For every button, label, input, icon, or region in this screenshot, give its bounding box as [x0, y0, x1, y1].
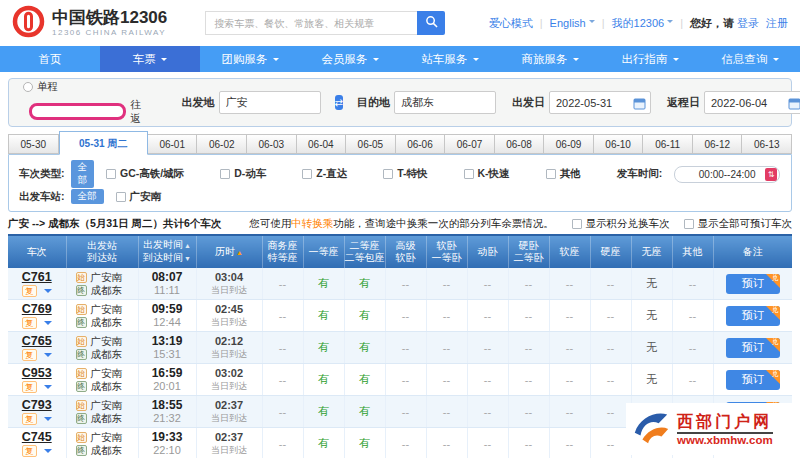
expand-caret-icon[interactable]: [44, 289, 52, 297]
train-cell: C953复: [8, 364, 66, 396]
train-type-option[interactable]: Z-直达: [302, 167, 347, 181]
expand-caret-icon[interactable]: [44, 321, 52, 329]
display-toggle[interactable]: 显示全部可预订车次: [684, 217, 793, 231]
depart-station-option[interactable]: 广安南: [116, 190, 162, 204]
book-button[interactable]: 预订兑: [726, 306, 780, 326]
train-number-link[interactable]: C793: [22, 398, 52, 412]
date-tab[interactable]: 06-05: [346, 134, 396, 154]
date-tab[interactable]: 06-03: [247, 134, 297, 154]
train-type-option[interactable]: 其他: [546, 167, 581, 181]
train-number-link[interactable]: C953: [22, 366, 52, 380]
date-tab[interactable]: 06-06: [396, 134, 446, 154]
seat-availability: 有: [344, 396, 385, 428]
date-tab[interactable]: 06-07: [445, 134, 495, 154]
column-header[interactable]: 出发时间▲到达时间▼: [138, 235, 196, 268]
my-12306-menu[interactable]: 我的12306: [612, 16, 674, 31]
book-button[interactable]: 预订兑: [726, 370, 780, 390]
register-link[interactable]: 注册: [766, 16, 788, 31]
display-toggle[interactable]: 显示积分兑换车次: [572, 217, 670, 231]
logo[interactable]: 中国铁路12306 12306 CHINA RAILWAY: [12, 5, 167, 42]
nav-item[interactable]: 会员服务: [300, 46, 400, 72]
train-number-link[interactable]: C769: [22, 302, 52, 316]
nav-item[interactable]: 团购服务: [200, 46, 300, 72]
column-header: 备注: [713, 235, 792, 268]
sort-asc-icon[interactable]: ▲: [236, 249, 243, 256]
train-number-link[interactable]: C745: [22, 430, 52, 444]
seat-availability: --: [426, 364, 467, 396]
book-button[interactable]: 预订兑: [726, 274, 780, 294]
checkbox-icon: [684, 219, 694, 229]
date-tab[interactable]: 06-13: [742, 134, 792, 154]
type-all-badge[interactable]: 全部: [71, 160, 95, 188]
depart-date-input[interactable]: [549, 91, 651, 114]
date-tab[interactable]: 06-09: [544, 134, 594, 154]
nav-item[interactable]: 站车服务: [400, 46, 500, 72]
date-tab[interactable]: 05-30: [8, 134, 59, 154]
table-row: C765复始广安南终成都东13:1915:3102:12当日到达--有有----…: [8, 332, 792, 364]
date-tab[interactable]: 06-10: [594, 134, 644, 154]
one-way-radio[interactable]: 单程: [23, 80, 150, 94]
seat-availability: --: [426, 428, 467, 458]
train-type-option[interactable]: T-特快: [383, 167, 427, 181]
start-station-icon: 始: [76, 336, 87, 347]
checkbox-icon: [116, 192, 126, 202]
station-all-badge[interactable]: 全部: [71, 189, 104, 204]
date-tab[interactable]: 06-08: [495, 134, 545, 154]
time-cell: 09:5912:44: [138, 300, 196, 332]
care-mode-link[interactable]: 爱心模式: [489, 16, 533, 31]
column-header[interactable]: 历时▲: [196, 235, 262, 268]
search-button[interactable]: [417, 11, 445, 35]
action-cell: 预订兑: [713, 300, 792, 332]
expand-caret-icon[interactable]: [44, 449, 52, 457]
language-menu[interactable]: English: [550, 17, 595, 29]
sort-asc-icon[interactable]: ▲: [184, 242, 191, 249]
train-number-link[interactable]: C765: [22, 334, 52, 348]
date-tab[interactable]: 05-31 周二: [59, 131, 148, 155]
nav-item[interactable]: 商旅服务: [500, 46, 600, 72]
train-type-option-label: GC-高铁/城际: [120, 167, 184, 181]
date-tab[interactable]: 06-01: [148, 134, 198, 154]
column-header: 硬座: [590, 235, 631, 268]
nav-item[interactable]: 车票: [100, 46, 200, 72]
seat-availability: 有: [303, 332, 344, 364]
arrival-day: 当日到达: [197, 444, 262, 456]
depart-time-select[interactable]: 00:00--24:00 ⇅: [674, 166, 780, 183]
time-cell: 18:5521:32: [138, 396, 196, 428]
book-button[interactable]: 预订兑: [726, 338, 780, 358]
login-link[interactable]: 登录: [737, 16, 759, 31]
expand-caret-icon[interactable]: [44, 385, 52, 393]
filter-box: 车次类型: 全部 GC-高铁/城际D-动车Z-直达T-特快K-快速其他 发车时间…: [8, 154, 792, 212]
expand-caret-icon[interactable]: [44, 417, 52, 425]
train-type-option[interactable]: K-快速: [464, 167, 510, 181]
transfer-link[interactable]: 中转换乘: [291, 217, 333, 229]
display-toggle-label: 显示积分兑换车次: [586, 217, 670, 231]
seat-availability: --: [385, 300, 426, 332]
return-date-input[interactable]: [704, 91, 800, 114]
from-station-input[interactable]: [219, 91, 321, 114]
round-trip-radio[interactable]: 往返: [23, 98, 150, 126]
seat-availability: 有: [344, 268, 385, 300]
expand-caret-icon[interactable]: [44, 353, 52, 361]
swap-stations-icon[interactable]: ⇄: [335, 95, 343, 110]
to-station-input[interactable]: [394, 91, 496, 114]
chevron-down-icon: [667, 20, 673, 26]
train-type-option[interactable]: GC-高铁/城际: [106, 167, 184, 181]
seat-availability: --: [549, 332, 590, 364]
depart-time: 16:59: [139, 367, 196, 380]
nav-item[interactable]: 信息查询: [700, 46, 800, 72]
depart-station-option-label: 广安南: [130, 190, 162, 204]
end-station-icon: 终: [76, 317, 87, 328]
search-input[interactable]: [205, 11, 417, 35]
site-watermark: 西部门户网 www.xbmhw.com: [626, 403, 798, 455]
nav-item[interactable]: 出行指南: [600, 46, 700, 72]
date-tab[interactable]: 06-02: [197, 134, 247, 154]
train-type-option[interactable]: D-动车: [220, 167, 266, 181]
date-tab[interactable]: 06-04: [297, 134, 347, 154]
train-number-link[interactable]: C761: [22, 270, 52, 284]
date-tab[interactable]: 06-12: [693, 134, 743, 154]
nav-item[interactable]: 首页: [0, 46, 100, 72]
seat-availability: --: [590, 428, 631, 458]
date-tab[interactable]: 06-11: [643, 134, 693, 154]
sort-desc-icon[interactable]: ▼: [184, 255, 191, 262]
seat-availability: --: [426, 332, 467, 364]
